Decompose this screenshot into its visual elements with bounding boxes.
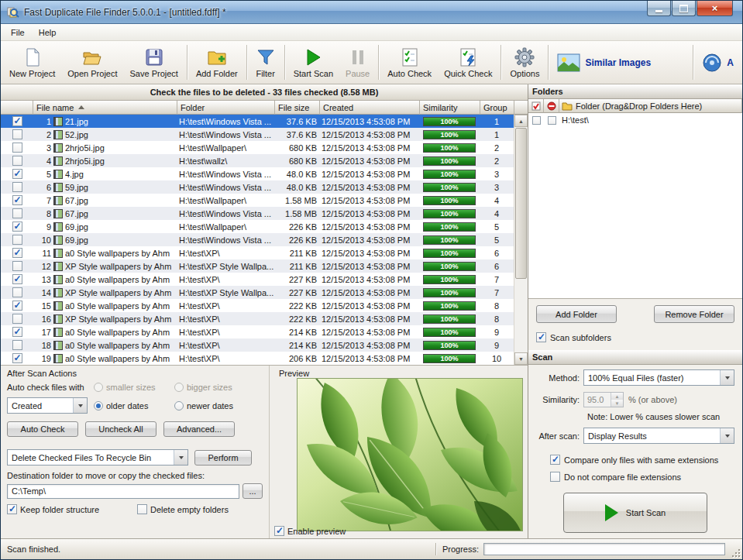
options-button[interactable]: Options — [504, 42, 545, 83]
method-select[interactable]: 100% Equal Files (faster) — [583, 369, 734, 386]
bigger-sizes-label: bigger sizes — [187, 383, 232, 392]
perform-button[interactable]: Perform — [194, 450, 252, 466]
row-checkbox[interactable] — [12, 116, 22, 126]
row-checkbox[interactable] — [12, 143, 22, 153]
open-project-button[interactable]: Open Project — [61, 42, 123, 83]
similar-images-button[interactable]: Similar Images — [551, 42, 657, 83]
row-checkbox[interactable] — [12, 182, 22, 192]
table-row[interactable]: 15 a0 Style wallpapers by Ahm H:\test\XP… — [1, 299, 514, 312]
row-checkbox[interactable] — [12, 222, 22, 232]
folder-include-checkbox[interactable] — [532, 116, 541, 125]
row-checkbox[interactable] — [12, 314, 22, 324]
scrollbar-thumb[interactable] — [515, 128, 527, 279]
table-row[interactable]: 8 67.jpg H:\test\Windows Vista ... 1.58 … — [1, 207, 514, 220]
remove-folder-button[interactable]: Remove Folder — [654, 305, 734, 323]
column-folder[interactable]: Folder — [177, 101, 275, 115]
save-project-button[interactable]: Save Project — [124, 42, 184, 83]
menu-file[interactable]: File — [4, 26, 32, 39]
delete-empty-folders-checkbox[interactable] — [137, 504, 147, 514]
resize-grip[interactable] — [731, 548, 741, 558]
row-checkbox[interactable] — [12, 208, 22, 218]
table-row[interactable]: 4 2hrjo5i.jpg H:\test\wallz\ 680 KB 12/1… — [1, 154, 514, 167]
table-row[interactable]: 5 4.jpg H:\test\Windows Vista ... 48.0 K… — [1, 167, 514, 180]
compare-same-extensions-checkbox[interactable] — [550, 455, 560, 465]
row-checkbox[interactable] — [12, 274, 22, 284]
row-size: 226 KB — [274, 220, 319, 233]
row-checkbox[interactable] — [12, 169, 22, 179]
older-dates-radio[interactable] — [94, 401, 103, 411]
no-compare-extensions-checkbox[interactable] — [550, 472, 560, 482]
table-row[interactable]: 9 69.jpg H:\test\Wallpaper\ 226 KB 12/15… — [1, 220, 514, 233]
advanced-button[interactable]: Advanced... — [163, 421, 235, 437]
row-checkbox[interactable] — [12, 327, 22, 337]
table-row[interactable]: 19 a0 Style wallpapers by Ahm H:\test\XP… — [1, 352, 514, 365]
table-row[interactable]: 10 69.jpg H:\test\Windows Vista ... 226 … — [1, 233, 514, 246]
row-checkbox[interactable] — [12, 353, 22, 363]
start-scan-main-button[interactable]: Start Scan — [563, 493, 707, 533]
table-row[interactable]: 6 59.jpg H:\test\Windows Vista ... 48.0 … — [1, 180, 514, 194]
row-checkbox[interactable] — [12, 248, 22, 258]
scroll-up-button[interactable]: ▲ — [514, 115, 528, 127]
auto-check-action-button[interactable]: Auto Check — [7, 421, 78, 437]
similarity-spinner[interactable]: 95.0 ▲▼ — [583, 392, 624, 407]
table-row[interactable]: 1 21.jpg H:\test\Windows Vista ... 37.6 … — [1, 115, 514, 128]
checked-files-action-select[interactable]: Delete Checked Files To Recycle Bin — [7, 449, 188, 466]
table-row[interactable]: 16 XP Style wallpapers by Ahm H:\test\XP… — [1, 312, 514, 325]
table-row[interactable]: 14 XP Style wallpapers by Ahm H:\test\XP… — [1, 286, 514, 299]
newer-dates-radio[interactable] — [174, 401, 184, 411]
filter-button[interactable]: Filter — [249, 42, 282, 83]
table-row[interactable]: 2 52.jpg H:\test\Windows Vista ... 37.6 … — [1, 128, 514, 141]
enable-preview-checkbox[interactable] — [274, 526, 284, 536]
folder-list-item[interactable]: H:\test\ — [528, 113, 742, 127]
new-project-button[interactable]: New Project — [3, 42, 61, 83]
row-checkbox[interactable] — [12, 195, 22, 205]
clipped-toolbar-button[interactable]: A — [696, 42, 740, 83]
table-row[interactable]: 18 a0 Style wallpapers by Ahm H:\test\XP… — [1, 338, 514, 352]
pause-button[interactable]: Pause — [339, 42, 376, 83]
row-checkbox[interactable] — [12, 301, 22, 311]
add-folder-button[interactable]: Add Folder — [190, 42, 244, 83]
auto-check-button[interactable]: Auto Check — [381, 42, 438, 83]
maximize-button[interactable] — [672, 1, 696, 16]
title-bar[interactable]: Fast Duplicate File Finder 5.0.0.1 - [un… — [1, 1, 742, 24]
row-checkbox[interactable] — [12, 340, 22, 350]
quick-check-button[interactable]: Quick Check — [438, 42, 498, 83]
column-similarity[interactable]: Similarity — [420, 101, 480, 115]
column-checkbox[interactable] — [1, 101, 33, 115]
table-row[interactable]: 17 a0 Style wallpapers by Ahm H:\test\XP… — [1, 325, 514, 338]
spinner-arrows[interactable]: ▲▼ — [611, 393, 623, 407]
add-folder-panel-button[interactable]: Add Folder — [536, 305, 617, 323]
exclude-column-header[interactable] — [544, 99, 559, 113]
uncheck-all-button[interactable]: Uncheck All — [85, 421, 157, 437]
row-checkbox[interactable] — [12, 287, 22, 297]
destination-folder-input[interactable]: C:\Temp\ — [7, 484, 239, 499]
browse-button[interactable]: ... — [243, 483, 263, 499]
table-row[interactable]: 3 2hrjo5i.jpg H:\test\Wallpaper\ 680 KB … — [1, 141, 514, 154]
folder-exclude-checkbox[interactable] — [548, 116, 556, 125]
start-scan-button[interactable]: Start Scan — [287, 42, 339, 83]
scrollbar-track[interactable] — [514, 280, 528, 352]
minimize-button[interactable] — [647, 1, 671, 16]
row-checkbox[interactable] — [12, 261, 22, 271]
table-row[interactable]: 11 a0 Style wallpapers by Ahm H:\test\XP… — [1, 246, 514, 259]
row-checkbox[interactable] — [12, 235, 22, 245]
column-group[interactable]: Group — [480, 101, 514, 115]
keep-folder-structure-checkbox[interactable] — [7, 504, 17, 514]
row-checkbox[interactable] — [12, 129, 22, 139]
column-file-name[interactable]: File name — [33, 101, 177, 115]
close-button[interactable]: × — [697, 1, 733, 16]
column-created[interactable]: Created — [320, 101, 420, 115]
menu-help[interactable]: Help — [32, 26, 64, 39]
scan-subfolders-checkbox[interactable] — [536, 332, 546, 342]
row-checkbox[interactable] — [12, 156, 22, 166]
include-column-header[interactable] — [528, 99, 544, 113]
vertical-scrollbar[interactable]: ▲ ▼ — [514, 115, 528, 365]
table-row[interactable]: 7 67.jpg H:\test\Wallpaper\ 1.58 MB 12/1… — [1, 194, 514, 207]
date-mode-select[interactable]: Created — [7, 397, 88, 414]
scroll-down-button[interactable]: ▼ — [514, 352, 528, 365]
after-scan-select[interactable]: Display Results — [583, 428, 734, 444]
folder-column-header[interactable]: Folder (Drag&Drop Folders Here) — [559, 99, 742, 113]
table-row[interactable]: 13 a0 Style wallpapers by Ahm H:\test\XP… — [1, 273, 514, 286]
column-file-size[interactable]: File size — [275, 101, 320, 115]
table-row[interactable]: 12 XP Style wallpapers by Ahm H:\test\XP… — [1, 259, 514, 273]
